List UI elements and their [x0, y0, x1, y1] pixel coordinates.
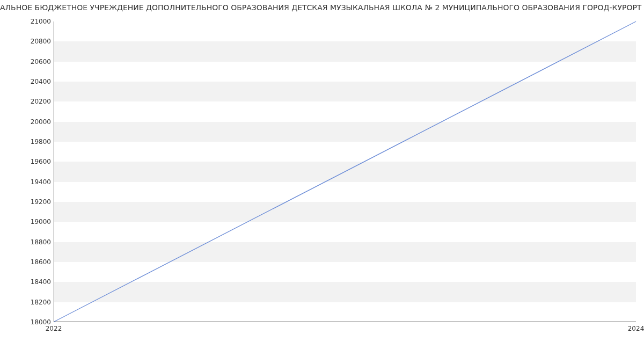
x-tick-label: 2024	[628, 325, 644, 332]
plot-area	[54, 21, 636, 322]
y-tick-label: 19200	[3, 198, 51, 206]
y-tick-label: 18200	[3, 299, 51, 306]
chart-title: АЛЬНОЕ БЮДЖЕТНОЕ УЧРЕЖДЕНИЕ ДОПОЛНИТЕЛЬН…	[0, 3, 644, 12]
y-tick-label: 19000	[3, 218, 51, 226]
y-tick-label: 18800	[3, 238, 51, 246]
y-tick-label: 20600	[3, 58, 51, 66]
y-tick-label: 21000	[3, 18, 51, 25]
y-tick-label: 19800	[3, 138, 51, 146]
line-series	[54, 21, 636, 322]
data-line	[54, 21, 636, 322]
y-tick-label: 18000	[3, 318, 51, 326]
y-tick-label: 20800	[3, 38, 51, 45]
y-tick-label: 19600	[3, 158, 51, 165]
y-tick-label: 18400	[3, 278, 51, 286]
y-tick-label: 18600	[3, 258, 51, 266]
chart-container: АЛЬНОЕ БЮДЖЕТНОЕ УЧРЕЖДЕНИЕ ДОПОЛНИТЕЛЬН…	[0, 0, 644, 349]
y-tick-label: 20400	[3, 78, 51, 85]
y-tick-label: 20200	[3, 98, 51, 105]
y-tick-label: 20000	[3, 118, 51, 126]
x-tick-label: 2022	[46, 325, 62, 332]
y-tick-label: 19400	[3, 178, 51, 186]
